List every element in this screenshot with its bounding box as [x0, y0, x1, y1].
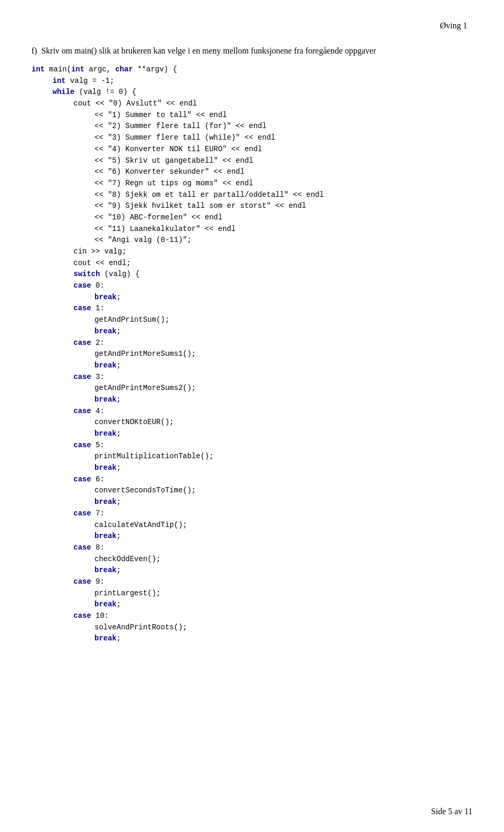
code-line: break; [32, 428, 472, 440]
section-label: f) [32, 46, 41, 55]
page-title: Øving 1 [440, 21, 467, 30]
code-line: case 9: [32, 576, 472, 588]
code-line: checkOddEven(); [32, 554, 472, 565]
code-line: printMultiplicationTable(); [32, 451, 472, 462]
code-line: << "Angi valg (0-11)"; [32, 235, 472, 246]
code-line: switch (valg) { [32, 269, 472, 280]
code-line: case 3: [32, 372, 472, 383]
page-number: Side 5 av 11 [431, 807, 472, 816]
code-line: cout << "0) Avslutt" << endl [32, 98, 472, 110]
page-header: Øving 1 [32, 21, 472, 30]
code-line: break; [32, 497, 472, 508]
code-line: << "9) Sjekk hvilket tall som er storst"… [32, 201, 472, 212]
code-line: convertSecondsToTime(); [32, 485, 472, 497]
code-line: break; [32, 292, 472, 303]
code-line: case 10: [32, 610, 472, 622]
code-line: << "3) Summer flere tall (while)" << end… [32, 132, 472, 144]
code-line: << "2) Summer flere tall (for)" << endl [32, 121, 472, 132]
section-title: f) Skriv om main() slik at brukeren kan … [32, 46, 472, 56]
code-line: case 5: [32, 440, 472, 451]
code-line: solveAndPrintRoots(); [32, 622, 472, 634]
code-line: break; [32, 531, 472, 542]
code-line: case 7: [32, 508, 472, 520]
code-line: << "8) Sjekk om et tall er partall/oddet… [32, 189, 472, 201]
code-line: printLargest(); [32, 588, 472, 599]
code-line: << "1) Summer to tall" << endl [32, 110, 472, 121]
code-line: << "11) Laanekalkulator" << endl [32, 224, 472, 235]
code-line: << "4) Konverter NOK til EURO" << endl [32, 144, 472, 155]
code-line: convertNOKtoEUR(); [32, 417, 472, 428]
code-line: int valg = -1; [32, 76, 472, 87]
code-line: break; [32, 565, 472, 576]
code-line: break; [32, 326, 472, 338]
code-line: case 0: [32, 280, 472, 292]
page-container: Øving 1 f) Skriv om main() slik at bruke… [0, 0, 504, 832]
code-line: calculateVatAndTip(); [32, 520, 472, 531]
code-line: case 1: [32, 303, 472, 314]
code-line: break; [32, 633, 472, 645]
section-description: Skriv om main() slik at brukeren kan vel… [41, 46, 376, 55]
code-line: << "5) Skriv ut gangetabell" << endl [32, 155, 472, 167]
code-line: << "6) Konverter sekunder" << endl [32, 166, 472, 178]
code-line: case 4: [32, 406, 472, 417]
page-footer: Side 5 av 11 [431, 807, 472, 816]
code-line: cin >> valg; [32, 246, 472, 258]
code-line: getAndPrintMoreSums2(); [32, 383, 472, 394]
code-line: while (valg != 0) { [32, 87, 472, 98]
code-line: break; [32, 462, 472, 474]
code-line: << "10) ABC-formelen" << endl [32, 212, 472, 224]
code-line: break; [32, 360, 472, 372]
code-line: << "7) Regn ut tips og moms" << endl [32, 178, 472, 189]
code-line: case 8: [32, 542, 472, 554]
code-line: break; [32, 599, 472, 610]
code-line: break; [32, 394, 472, 406]
code-line: case 6: [32, 474, 472, 486]
code-line: getAndPrintSum(); [32, 314, 472, 326]
code-line: getAndPrintMoreSums1(); [32, 349, 472, 360]
code-line: cout << endl; [32, 258, 472, 269]
code-line: int main(int argc, char **argv) { [32, 64, 472, 76]
code-line: case 2: [32, 338, 472, 349]
code-block: int main(int argc, char **argv) { int va… [32, 64, 472, 645]
